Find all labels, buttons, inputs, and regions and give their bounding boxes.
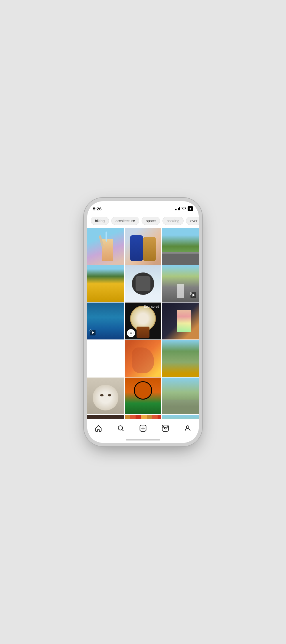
svg-rect-2 (190, 294, 191, 295)
grid-item-forest[interactable] (162, 228, 199, 265)
svg-point-11 (163, 426, 164, 427)
phone-notch (124, 201, 162, 210)
grid-item-icecream[interactable] (162, 303, 199, 339)
grid-item-garden[interactable] (162, 378, 199, 414)
nav-reels[interactable] (158, 422, 172, 434)
reels-icon (162, 424, 169, 432)
grid-item-patio[interactable] (162, 415, 199, 419)
grid-item-road[interactable] (162, 265, 199, 302)
grid-item-orange-hands[interactable] (125, 340, 162, 377)
grid-item-blue-water[interactable] (87, 303, 124, 339)
home-indicator (126, 439, 160, 440)
home-icon (95, 424, 102, 432)
explore-grid: Sponsored (87, 228, 199, 419)
phone-frame: 5:26 ■ biking architecture spa (87, 201, 199, 443)
grid-item-sunflowers[interactable] (162, 340, 199, 377)
svg-point-12 (167, 426, 168, 427)
svg-point-13 (186, 426, 189, 428)
signal-bar-4 (179, 207, 180, 210)
signal-bars-icon (175, 207, 180, 210)
svg-point-10 (164, 427, 166, 429)
grid-item-couple[interactable] (125, 228, 162, 265)
add-icon (139, 424, 147, 432)
nav-add[interactable] (136, 422, 150, 434)
status-time: 5:26 (93, 206, 102, 211)
search-icon (117, 424, 124, 432)
reel-icon-water (90, 329, 96, 337)
reel-icon-road (190, 292, 196, 300)
grid-item-basketball[interactable] (125, 378, 162, 414)
nav-profile[interactable] (180, 422, 195, 434)
grid-item-hand[interactable] (87, 228, 124, 265)
brand-logo (127, 329, 135, 337)
tag-biking[interactable]: biking (91, 217, 109, 225)
grid-item-watch-sponsored[interactable]: Sponsored (125, 303, 162, 339)
grid-item-dog-snow[interactable] (125, 265, 162, 302)
grid-item-hair[interactable] (87, 415, 124, 419)
battery-icon: ■ (188, 206, 193, 211)
wifi-icon (182, 207, 186, 211)
content-area[interactable]: biking architecture space cooking ever (87, 214, 199, 419)
tag-cooking[interactable]: cooking (162, 217, 184, 225)
nav-home[interactable] (91, 422, 106, 434)
status-icons: ■ (175, 206, 193, 211)
grid-item-stripes[interactable] (125, 415, 162, 419)
sponsored-label: Sponsored (144, 305, 159, 308)
signal-bar-2 (176, 209, 177, 210)
tag-architecture[interactable]: architecture (111, 217, 139, 225)
tags-row[interactable]: biking architecture space cooking ever (87, 214, 199, 228)
profile-icon (184, 424, 191, 432)
tag-ever[interactable]: ever (186, 217, 199, 225)
tag-space[interactable]: space (142, 217, 160, 225)
nav-search[interactable] (114, 422, 128, 434)
grid-item-white-puppy[interactable] (87, 378, 124, 414)
grid-item-yellow-jacket[interactable] (87, 265, 124, 302)
svg-rect-5 (90, 332, 90, 332)
signal-bar-1 (175, 209, 176, 210)
signal-bar-3 (178, 208, 179, 210)
